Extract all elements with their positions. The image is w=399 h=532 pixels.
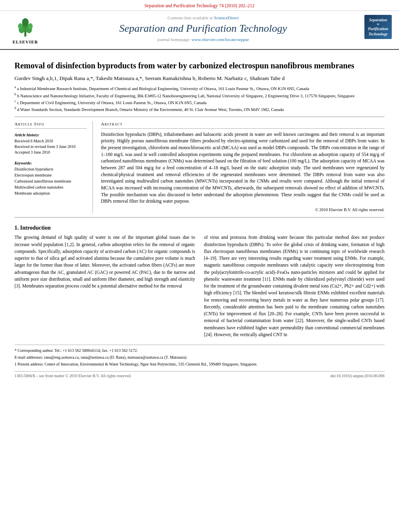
- abstract-heading: Abstract: [101, 121, 385, 128]
- footnote-email: E-mail addresses: rana@eng.uottawa.ca, r…: [14, 354, 385, 360]
- keywords-section: Keywords: Disinfection byproducts Electr…: [14, 159, 87, 196]
- svg-point-6: [22, 18, 29, 26]
- footnotes-section: * Corresponding author. Tel.: +1 613 562…: [14, 345, 385, 367]
- intro-right-text: of virus and protozoa from drinking wate…: [204, 234, 385, 338]
- footnote-1: 1 Present address: Centre of Innovation,…: [14, 361, 385, 367]
- keyword-1: Disinfection byproducts: [14, 166, 87, 172]
- page: Separation and Purification Technology 7…: [0, 0, 399, 532]
- abstract-column: Abstract Disinfection byproducts (DBPs),…: [101, 121, 385, 213]
- article-history-section: Article history: Received 6 March 2010 R…: [14, 131, 87, 155]
- received-date: Received 6 March 2010: [14, 138, 87, 144]
- journal-center-header: Contents lists available at ScienceDirec…: [43, 15, 363, 49]
- article-title: Removal of disinfection byproducts from …: [14, 60, 385, 71]
- authors-line: Gurdev Singh a,b,1, Dipak Rana a,*, Take…: [14, 75, 385, 82]
- authors-text: Gurdev Singh a,b,1, Dipak Rana a,*, Take…: [14, 75, 285, 81]
- abstract-text: Disinfection byproducts (DBPs), trihalom…: [101, 131, 385, 205]
- affiliation-d: d d Water Standards Section, Standards D…: [14, 106, 385, 113]
- sciencedirect-link[interactable]: Contents lists available at ScienceDirec…: [167, 15, 239, 21]
- intro-right-col: of virus and protozoa from drinking wate…: [204, 234, 385, 341]
- keywords-list: Disinfection byproducts Electrospun memb…: [14, 166, 87, 196]
- article-info-column: Article Info Article history: Received 6…: [14, 121, 93, 213]
- journal-ref-text: Separation and Purification Technology 7…: [144, 3, 255, 8]
- journal-title: Separation and Purification Technology: [119, 22, 287, 35]
- footer-doi: doi:10.1016/j.seppur.2010.06.006: [330, 373, 385, 379]
- journal-header: ELSEVIER Contents lists available at Sci…: [0, 11, 399, 50]
- footnote-corresponding: * Corresponding author. Tel.: +1 613 562…: [14, 347, 385, 353]
- affiliation-b: b b Nanoscience and Nanotechnology Initi…: [14, 92, 385, 99]
- intro-left-text: The growing demand of high quality of wa…: [14, 234, 195, 290]
- svg-rect-0: [25, 32, 27, 37]
- history-label: Article history:: [14, 133, 39, 137]
- intro-heading: 1. Introduction: [14, 224, 385, 232]
- elsevier-logo: ELSEVIER: [7, 15, 43, 49]
- article-body: Removal of disinfection byproducts from …: [0, 50, 399, 387]
- affiliations: a a Industrial Membrane Research Institu…: [14, 85, 385, 113]
- keyword-4: Multiwalled carbon nanotubes: [14, 185, 87, 190]
- sciencedirect-anchor[interactable]: ScienceDirect: [214, 15, 239, 20]
- journal-cover-badge: Separation & Purification Technology: [364, 15, 392, 39]
- accepted-date: Accepted 3 June 2010: [14, 150, 87, 155]
- homepage-url[interactable]: www.elsevier.com/locate/seppur: [191, 37, 249, 42]
- copyright-notice: © 2010 Elsevier B.V. All rights reserved…: [101, 207, 385, 213]
- keywords-label: Keywords:: [14, 161, 32, 165]
- received-revised-date: Received in revised form 3 June 2010: [14, 144, 87, 150]
- article-info-heading: Article Info: [14, 121, 87, 128]
- intro-body-columns: The growing demand of high quality of wa…: [14, 234, 385, 341]
- elsevier-tree-icon: [14, 15, 37, 38]
- svg-point-5: [28, 23, 33, 29]
- intro-left-col: The growing demand of high quality of wa…: [14, 234, 195, 341]
- svg-point-4: [18, 23, 23, 29]
- journal-badge-area: Separation & Purification Technology: [363, 15, 392, 49]
- footer-issn: 1383-5866/$ – see front matter © 2010 El…: [14, 373, 132, 379]
- info-abstract-columns: Article Info Article history: Received 6…: [14, 121, 385, 213]
- affiliation-c: c c Department of Civil Engineering, Uni…: [14, 99, 385, 106]
- keyword-3: Carbonized nanofibrous membrane: [14, 179, 87, 184]
- journal-homepage: journal homepage: www.elsevier.com/locat…: [157, 37, 249, 43]
- section-divider-1: [14, 117, 385, 117]
- keyword-2: Electrospun membrane: [14, 173, 87, 178]
- section-divider-2: [14, 217, 385, 218]
- elsevier-brand-label: ELSEVIER: [12, 39, 38, 45]
- introduction-section: 1. Introduction The growing demand of hi…: [14, 224, 385, 341]
- affiliation-a: a a Industrial Membrane Research Institu…: [14, 85, 385, 92]
- keyword-5: Membrane adsorption: [14, 191, 87, 196]
- footer-bar: 1383-5866/$ – see front matter © 2010 El…: [14, 371, 385, 379]
- journal-reference-bar: Separation and Purification Technology 7…: [0, 0, 399, 11]
